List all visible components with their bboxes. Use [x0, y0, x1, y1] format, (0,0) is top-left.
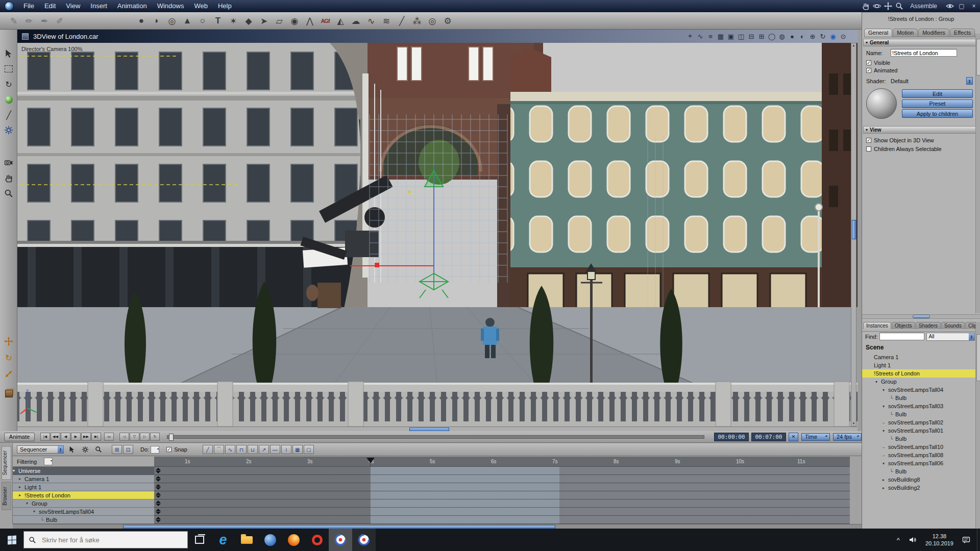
menu-item[interactable]: Help	[213, 0, 237, 12]
expander-icon[interactable]	[890, 436, 895, 441]
expander-icon[interactable]	[883, 461, 888, 466]
interpolation-button[interactable]: ⊔	[248, 445, 258, 454]
browser-tab[interactable]: Instances	[863, 322, 891, 329]
viewport-hscrollbar[interactable]	[17, 427, 857, 431]
scene-tree-row[interactable]: sovStreetLampsTall06	[862, 459, 975, 467]
tool-button[interactable]: ✒	[37, 14, 52, 28]
expander-icon[interactable]	[883, 453, 888, 458]
sequencer-tree-row[interactable]: Bulb	[13, 516, 154, 524]
interpolation-button[interactable]: ╱	[203, 445, 213, 454]
assemble-app-button[interactable]	[329, 529, 352, 551]
property-tab[interactable]: General	[864, 29, 892, 37]
keyframe-icon[interactable]	[156, 476, 161, 482]
tool-button[interactable]: ✶	[226, 14, 241, 28]
tool-button[interactable]: ⋀	[302, 14, 317, 28]
show-desktop-button[interactable]	[977, 529, 980, 551]
tool-button[interactable]: ▱	[272, 14, 287, 28]
general-section-header[interactable]: General	[863, 39, 979, 46]
tool-button[interactable]: ◎	[164, 14, 180, 28]
viewport-icon[interactable]: ◐	[797, 32, 807, 41]
expander-icon[interactable]	[875, 380, 881, 384]
interpolation-button[interactable]: ⊓	[236, 445, 247, 454]
vscroll-thumb[interactable]	[852, 220, 856, 239]
view-checkbox[interactable]	[866, 146, 871, 152]
zoom-tool-icon[interactable]	[894, 2, 905, 11]
search-input[interactable]	[41, 536, 187, 544]
expander-icon[interactable]	[883, 429, 888, 433]
interpolation-button[interactable]: ∿	[225, 445, 235, 454]
key-grid-button[interactable]: ⊞	[112, 445, 122, 454]
interpolation-button[interactable]: ▢	[304, 445, 314, 454]
notification-icon[interactable]	[962, 536, 970, 544]
keyframe-icon[interactable]	[156, 517, 161, 522]
menu-item[interactable]: Edit	[39, 0, 61, 12]
tool-button[interactable]: ◎	[425, 14, 440, 28]
firefox-button[interactable]	[282, 529, 305, 551]
tool-button[interactable]: ◗	[149, 14, 164, 28]
scene-tree-row[interactable]: Bulb	[862, 467, 975, 475]
orbit-rotate-icon[interactable]: ↻	[2, 351, 16, 364]
fps-dropdown[interactable]: 24 fps	[833, 433, 862, 441]
tool-button[interactable]: ✏	[21, 14, 37, 28]
taskbar-search[interactable]	[23, 531, 188, 548]
viewport-icon[interactable]: ⊞	[756, 32, 767, 41]
tab-sequencer[interactable]: Sequencer	[2, 446, 11, 480]
tool-button[interactable]: ▲	[180, 14, 195, 28]
transport-button[interactable]: ▶	[71, 433, 81, 441]
snap-checkbox[interactable]	[166, 447, 172, 452]
sequencer-tree-row[interactable]: sovStreetLampsTall04	[13, 508, 154, 516]
expander-icon[interactable]	[26, 501, 32, 506]
playhead-icon[interactable]	[366, 458, 375, 463]
end-time-field[interactable]: 00:07:00	[751, 433, 786, 441]
scale-tool-icon[interactable]	[2, 367, 16, 381]
viewport-titlebar[interactable]: 3DView of London.car ⌖∿≡▦▣◫⊟⊞◯◍●◐⊕↻◉⊙	[17, 30, 857, 43]
marquee-select-icon[interactable]	[2, 62, 16, 76]
tab-browser[interactable]: Browser	[2, 482, 11, 510]
interpolation-button[interactable]: ⌒	[214, 445, 224, 454]
scene-tree-row[interactable]: Light 1	[862, 361, 975, 369]
transport-button[interactable]: ▶▶	[81, 433, 91, 441]
animate-button[interactable]: Animate	[4, 433, 35, 441]
keyframe-icon[interactable]	[156, 492, 161, 498]
scroll-down-icon[interactable]: ▼	[851, 421, 856, 426]
settings-gear-icon[interactable]	[2, 123, 16, 137]
expander-icon[interactable]	[883, 486, 888, 490]
close-button[interactable]: ×	[968, 2, 980, 11]
start-button[interactable]	[0, 529, 23, 551]
zoom-icon[interactable]	[2, 187, 16, 200]
scene-tree-row[interactable]: sovStreetLampsTall03	[862, 402, 975, 410]
taskbar-clock[interactable]: 12.38 20.10.2019	[920, 533, 959, 547]
viewport-widget-icon[interactable]	[22, 33, 29, 40]
keyframe-icon[interactable]	[156, 500, 161, 506]
file-explorer-button[interactable]	[235, 529, 258, 551]
volume-icon[interactable]	[909, 536, 917, 544]
maximize-button[interactable]: ▢	[955, 2, 968, 11]
sequencer-mode-dropdown[interactable]: Sequencer ▲▼	[17, 445, 64, 454]
frame-range-button[interactable]: ▭	[104, 433, 114, 441]
loop-button[interactable]: ↻	[150, 433, 160, 441]
chat-app-button[interactable]	[258, 529, 282, 551]
menu-item[interactable]: Insert	[85, 0, 112, 12]
shader-dropdown-button[interactable]: ▲▼	[966, 77, 973, 85]
expander-icon[interactable]	[890, 412, 895, 417]
viewport-icon[interactable]: ≡	[705, 32, 716, 41]
scene-tree-row[interactable]: sovStreetLampsTall08	[862, 451, 975, 459]
cube-mode-icon[interactable]	[2, 387, 16, 400]
viewport-3d-canvas[interactable]: Z	[17, 43, 857, 427]
interpolation-button[interactable]: ≀	[281, 445, 291, 454]
visible-checkbox[interactable]	[866, 60, 871, 65]
interpolation-button[interactable]: ▦	[292, 445, 303, 454]
timeline-ruler[interactable]: 1s2s3s4s5s6s7s8s9s10s11s	[154, 457, 850, 467]
tool-button[interactable]: ∿	[363, 14, 379, 28]
expander-icon[interactable]	[33, 509, 39, 514]
viewport-icon[interactable]: ↻	[818, 32, 828, 41]
tool-button[interactable]: ≋	[379, 14, 394, 28]
panel-splitter[interactable]	[862, 314, 980, 319]
hand-pan-icon[interactable]	[2, 171, 16, 185]
scene-tree-row[interactable]: sovBuilding8	[862, 475, 975, 484]
property-tab[interactable]: Motion	[893, 29, 918, 37]
loop-button[interactable]: ◁	[119, 433, 129, 441]
gear-icon[interactable]	[80, 445, 90, 454]
scene-tree-row[interactable]: !Streets of London	[862, 369, 975, 378]
magnifier-icon[interactable]	[93, 445, 104, 454]
